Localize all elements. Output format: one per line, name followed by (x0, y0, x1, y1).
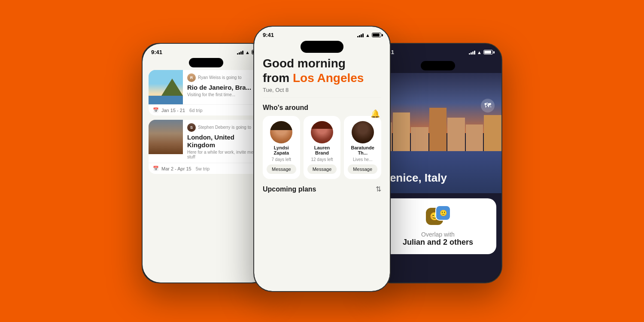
trip-2-dates-row: 📅 Mar 2 - Apr 15 5w trip (149, 163, 264, 174)
rio-description: Visiting for the first time... (187, 92, 259, 97)
left-content: R Ryan Weiss is going to Rio de Janeiro,… (143, 70, 270, 174)
trip-2-info: S Stephen Deberry is going to London, Un… (183, 120, 264, 163)
signal-bar-4 (242, 51, 243, 55)
center-phone: 9:41 ▲ (253, 26, 391, 292)
calendar-icon-2: 📅 (153, 166, 159, 171)
trip-card-2[interactable]: S Stephen Deberry is going to London, Un… (149, 120, 264, 174)
lauren-days: 12 days left (311, 157, 333, 162)
rio-scene (149, 70, 183, 104)
phones-container: 9:41 ▲ (129, 21, 515, 301)
rio-dates: Jan 15 - 21 (161, 108, 185, 113)
overlap-main: Julian and 2 others (403, 238, 473, 247)
person-card-lauren[interactable]: Lauren Brand 12 days left Message (304, 116, 341, 179)
overlap-card[interactable]: 😊 🙂 Overlap with Julian and 2 others (380, 198, 496, 254)
bell-icon[interactable]: 🔔 (369, 108, 381, 120)
battery-icon-center (372, 33, 381, 37)
right-dynamic-island-spacer (374, 61, 501, 70)
v-building-6 (466, 125, 483, 151)
left-status-bar: 9:41 ▲ (143, 44, 270, 58)
rio-water (149, 96, 183, 104)
left-phone-screen: 9:41 ▲ (143, 44, 270, 283)
venice-title-overlay: Venice, Italy (383, 171, 447, 185)
london-scene (149, 120, 183, 154)
greeting-location: Los Angeles (293, 71, 364, 85)
signal-bar-r1 (469, 53, 470, 55)
venice-photo: 🗺 Venice, Italy (374, 73, 501, 193)
signal-bars-right (469, 50, 475, 55)
right-phone-screen: 9:41 ▲ (374, 44, 501, 283)
lauren-name: Lauren Brand (308, 145, 337, 155)
upcoming-plans-section: Upcoming plans ⇅ (263, 185, 381, 193)
signal-bar-c2 (359, 35, 360, 37)
signal-bar-2 (239, 52, 240, 55)
upcoming-plans-title: Upcoming plans (263, 185, 316, 193)
map-icon-btn[interactable]: 🗺 (481, 99, 495, 112)
rio-destination: Rio de Janeiro, Bra... (187, 84, 259, 91)
baratunde-name: Baratunde Th... (348, 145, 377, 155)
left-status-time: 9:41 (151, 49, 162, 55)
calendar-icon-1: 📅 (153, 107, 159, 113)
greeting-prefix: Good morning (263, 57, 346, 70)
v-building-4 (429, 108, 447, 151)
wifi-icon-center: ▲ (365, 33, 370, 38)
trip-2-user-row: S Stephen Deberry is going to (187, 123, 259, 132)
signal-bar-r2 (471, 52, 472, 55)
baratunde-message-btn[interactable]: Message (348, 164, 377, 174)
avatar-lyndsi (270, 121, 292, 143)
trip-image-london (149, 120, 183, 154)
baratunde-days: Lives he... (353, 157, 373, 162)
london-destination: London, United Kingdom (187, 134, 259, 149)
avatar-lauren (311, 121, 333, 143)
stephen-name: Stephen Deberry (198, 125, 231, 130)
stephen-avatar: S (187, 123, 196, 132)
overlap-avatars: 😊 🙂 (425, 205, 451, 228)
trip-1-user-row: R Ryan Weiss is going to (187, 73, 259, 82)
ryan-avatar: R (187, 73, 196, 82)
london-dates: Mar 2 - Apr 15 (161, 166, 191, 171)
wifi-icon-left: ▲ (245, 50, 250, 55)
ryan-action: is going to (222, 75, 242, 80)
greeting-date: Tue, Oct 8 (263, 87, 381, 93)
person-card-lyndsi[interactable]: Lyndsi Zapata 7 days left Message (263, 116, 300, 179)
right-status-icons: ▲ (469, 50, 493, 55)
trip-card-1[interactable]: R Ryan Weiss is going to Rio de Janeiro,… (149, 70, 264, 115)
signal-bar-3 (240, 52, 242, 55)
v-building-2 (393, 112, 410, 151)
wifi-icon-right: ▲ (477, 50, 482, 55)
greeting-text: Good morning from Los Angeles (263, 56, 381, 85)
right-status-bar: 9:41 ▲ (374, 44, 501, 58)
center-content: 🔔 Good morning from Los Angeles Tue, Oct… (254, 56, 390, 193)
london-duration: 5w trip (196, 166, 210, 171)
person-card-baratunde[interactable]: Baratunde Th... Lives he... Message (344, 116, 381, 179)
v-building-3 (411, 127, 428, 151)
rio-duration: 6d trip (189, 108, 203, 113)
ryan-name: Ryan Weiss (198, 75, 221, 80)
center-status-bar: 9:41 ▲ (254, 27, 390, 41)
divider-1 (263, 97, 381, 98)
whos-around-title: Who's around (263, 104, 381, 112)
greeting-section: Good morning from Los Angeles Tue, Oct 8 (263, 56, 381, 93)
dynamic-island-center (301, 41, 343, 53)
overlap-avatar-2: 🙂 (435, 205, 451, 221)
battery-fill-right (484, 51, 491, 54)
signal-bar-c4 (362, 33, 364, 37)
rio-mountain (161, 79, 183, 96)
center-status-time: 9:41 (263, 32, 274, 38)
left-phone: 9:41 ▲ (142, 43, 270, 283)
lauren-message-btn[interactable]: Message (307, 164, 337, 174)
right-phone: 9:41 ▲ (374, 43, 502, 283)
trip-1-info: R Ryan Weiss is going to Rio de Janeiro,… (183, 70, 264, 104)
greeting-from: from (263, 71, 293, 85)
signal-bar-r3 (472, 52, 474, 55)
sort-icon[interactable]: ⇅ (376, 185, 381, 193)
lyndsi-message-btn[interactable]: Message (267, 164, 296, 174)
signal-bar-r4 (474, 51, 475, 55)
overlap-avatar-2-icon: 🙂 (440, 210, 447, 216)
lyndsi-name: Lyndsi Zapata (267, 145, 296, 155)
signal-bar-c3 (361, 34, 362, 37)
stephen-user-text: Stephen Deberry is going to (198, 125, 251, 130)
lyndsi-days: 7 days left (272, 157, 292, 162)
trip-card-2-inner: S Stephen Deberry is going to London, Un… (149, 120, 264, 163)
avatar-baratunde (352, 121, 374, 143)
overlap-text-container: Overlap with Julian and 2 others (403, 231, 473, 247)
